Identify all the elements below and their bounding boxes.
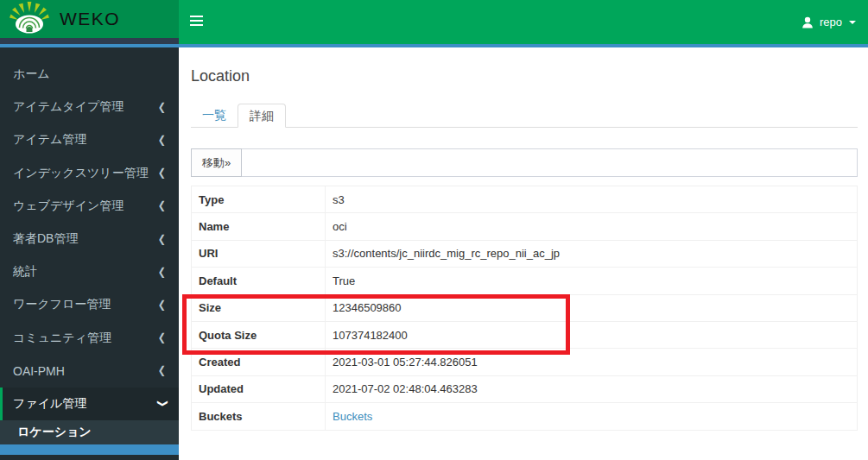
weko-logo[interactable]: WEKO <box>0 0 179 38</box>
sidebar-item-indextree-admin[interactable]: インデックスツリー管理 ❮ <box>0 157 179 190</box>
row-value: Buckets <box>326 403 858 430</box>
sidebar-menu: ホーム アイテムタイプ管理 ❮ アイテム管理 ❮ インデックスツリー管理 ❮ ウ… <box>0 47 179 455</box>
row-label: URI <box>192 240 326 267</box>
row-label: Buckets <box>192 403 326 430</box>
table-row-quota-size: Quota Size 107374182400 <box>192 321 858 348</box>
table-row-uri: URI s3://contents/jc_niirdc_mig_rc_repo_… <box>192 240 858 267</box>
table-row-buckets: Buckets Buckets <box>192 403 858 430</box>
sidebar-subitem-active-bar[interactable] <box>0 444 179 455</box>
chevron-left-icon: ❮ <box>158 167 166 180</box>
chevron-left-icon: ❮ <box>158 365 166 377</box>
table-row-updated: Updated 2021-07-02 02:48:04.463283 <box>192 375 858 402</box>
sidebar-subitem-location[interactable]: ロケーション <box>0 420 179 444</box>
sidebar-item-file-admin[interactable]: ファイル管理 ❮ <box>0 388 179 420</box>
row-value: oci <box>326 213 858 240</box>
chevron-left-icon: ❮ <box>158 200 166 212</box>
user-icon <box>801 16 814 29</box>
row-label: Updated <box>192 375 326 402</box>
sidebar-item-webdesign-admin[interactable]: ウェブデザイン管理 ❮ <box>0 190 179 223</box>
row-label: Name <box>192 213 326 240</box>
row-value: s3://contents/jc_niirdc_mig_rc_repo_nii_… <box>326 240 858 267</box>
header-filler <box>0 38 179 44</box>
row-label: Size <box>192 294 326 321</box>
sidebar-item-authordb-admin[interactable]: 著者DB管理 ❮ <box>0 223 179 255</box>
sidebar: ホーム アイテムタイプ管理 ❮ アイテム管理 ❮ インデックスツリー管理 ❮ ウ… <box>0 47 179 460</box>
row-value: 107374182400 <box>326 321 858 348</box>
table-row-type: Type s3 <box>192 186 858 213</box>
row-value: s3 <box>326 186 858 213</box>
row-value: 2021-07-02 02:48:04.463283 <box>326 375 858 402</box>
sidebar-item-itemtype-admin[interactable]: アイテムタイプ管理 ❮ <box>0 91 179 123</box>
sidebar-item-community-admin[interactable]: コミュニティ管理 ❮ <box>0 322 179 355</box>
chevron-left-icon: ❮ <box>158 101 166 113</box>
buckets-link[interactable]: Buckets <box>333 410 372 423</box>
weko-logo-icon <box>8 0 51 39</box>
tab-detail[interactable]: 詳細 <box>238 104 286 128</box>
logo-title: WEKO <box>60 9 120 29</box>
row-label: Quota Size <box>192 321 326 348</box>
tab-list[interactable]: 一覧 <box>191 104 238 128</box>
page-title: Location <box>191 67 858 85</box>
row-value: 12346509860 <box>326 294 858 321</box>
chevron-down-icon: ❮ <box>155 400 168 407</box>
table-row-size: Size 12346509860 <box>192 294 858 321</box>
chevron-left-icon: ❮ <box>158 233 166 245</box>
row-value: True <box>326 268 858 294</box>
row-label: Default <box>192 268 326 294</box>
table-row-default: Default True <box>192 268 858 294</box>
table-row-created: Created 2021-03-01 05:27:44.826051 <box>192 349 858 375</box>
sidebar-toggle-icon[interactable] <box>190 16 203 28</box>
sidebar-item-statistics[interactable]: 統計 ❮ <box>0 255 179 288</box>
chevron-left-icon: ❮ <box>158 134 166 146</box>
main-content: Location 一覧 詳細 移動» Type s3 Name oci URI … <box>179 47 868 460</box>
row-value: 2021-03-01 05:27:44.826051 <box>326 349 858 375</box>
table-row-name: Name oci <box>192 213 858 240</box>
row-label: Created <box>192 349 326 375</box>
sidebar-item-item-admin[interactable]: アイテム管理 ❮ <box>0 123 179 156</box>
chevron-left-icon: ❮ <box>158 266 166 278</box>
actions-toolbar: 移動» <box>191 148 858 177</box>
sidebar-item-workflow-admin[interactable]: ワークフロー管理 ❮ <box>0 288 179 321</box>
move-button[interactable]: 移動» <box>191 148 242 177</box>
detail-table: Type s3 Name oci URI s3://contents/jc_ni… <box>191 186 858 431</box>
tab-bar: 一覧 詳細 <box>191 104 858 128</box>
sidebar-item-home[interactable]: ホーム <box>0 58 179 91</box>
row-label: Type <box>192 186 326 213</box>
user-dropdown[interactable]: repo <box>801 0 856 44</box>
detail-table-wrap: Type s3 Name oci URI s3://contents/jc_ni… <box>191 186 858 431</box>
chevron-left-icon: ❮ <box>158 299 166 311</box>
sidebar-item-oai-pmh[interactable]: OAI-PMH ❮ <box>0 355 179 388</box>
chevron-left-icon: ❮ <box>158 331 166 343</box>
caret-down-icon <box>849 21 856 24</box>
user-name: repo <box>820 16 842 28</box>
